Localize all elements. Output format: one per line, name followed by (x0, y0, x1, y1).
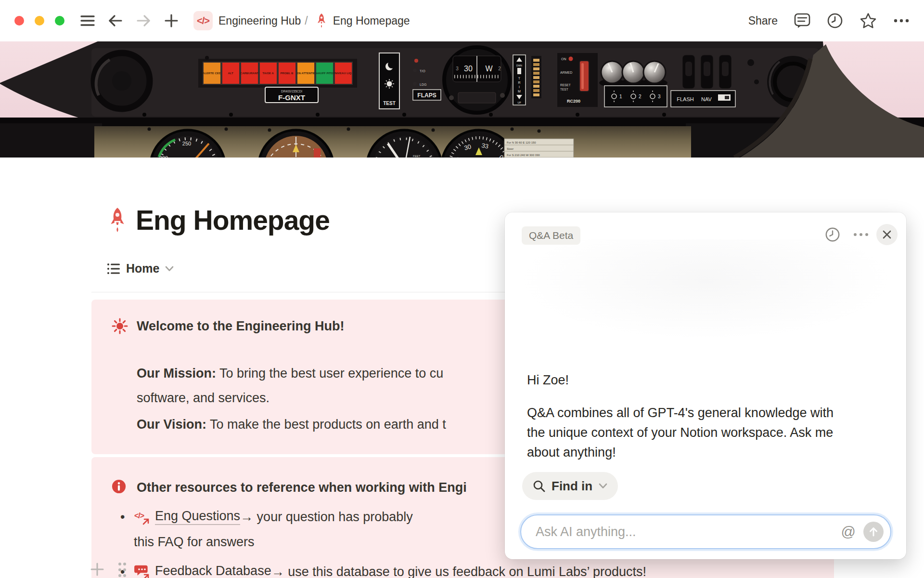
breadcrumb-separator: / (305, 14, 308, 27)
list-item: Feedback Database → use this database to… (120, 560, 646, 578)
mission-paragraph: Our Mission: To bring the best user expe… (137, 361, 443, 410)
svg-text:</>: </> (134, 512, 144, 520)
find-in-label: Find in (552, 479, 592, 494)
mission-text: To bring the best user experience to cu (216, 366, 443, 381)
drag-handle-icon[interactable] (116, 561, 129, 578)
qa-description-line: Q&A combines all of GPT-4's general know… (527, 403, 834, 423)
mission-label: Our Mission: (137, 366, 216, 381)
qa-more-options-icon[interactable] (852, 227, 870, 242)
qa-description: Q&A combines all of GPT-4's general know… (527, 403, 834, 462)
code-link-icon: </> (134, 509, 150, 525)
eng-questions-link[interactable]: Eng Questions (155, 509, 240, 525)
rocket-icon (315, 13, 328, 28)
panel-glass-highlight (515, 239, 896, 341)
sidebar-menu-icon[interactable] (79, 12, 96, 29)
breadcrumb-workspace[interactable]: Engineering Hub (218, 14, 301, 27)
workspace-code-icon[interactable]: </> (193, 11, 213, 30)
back-arrow-icon[interactable] (107, 12, 124, 29)
ask-ai-input-wrap: @ (520, 514, 891, 549)
search-icon (533, 480, 545, 492)
qa-panel: Q&A Beta Hi Zoe! Q&A combines all of GPT… (505, 212, 906, 559)
ask-ai-input[interactable] (536, 525, 841, 539)
share-button[interactable]: Share (748, 14, 778, 27)
forward-arrow-icon[interactable] (135, 12, 152, 29)
minimize-window-button[interactable] (35, 16, 44, 26)
chevron-down-icon[interactable] (165, 266, 174, 272)
tab-home[interactable]: Home (107, 262, 174, 276)
comments-icon[interactable] (794, 13, 810, 28)
send-button[interactable] (863, 522, 884, 542)
close-icon (882, 230, 892, 239)
tab-home-label: Home (126, 262, 159, 276)
list-view-icon (107, 263, 120, 275)
new-page-plus-icon[interactable] (163, 12, 180, 29)
page-icon-rocket[interactable] (107, 206, 128, 234)
breadcrumb-page[interactable]: Eng Homepage (333, 14, 410, 27)
close-window-button[interactable] (14, 16, 24, 26)
vision-paragraph: Our Vision: To make the best products on… (137, 412, 446, 437)
welcome-heading: Welcome to the Engineering Hub! (137, 319, 345, 334)
chevron-down-icon (599, 483, 607, 489)
history-clock-icon[interactable] (827, 13, 843, 29)
sun-icon (112, 318, 128, 334)
qa-description-line: about anything! (527, 443, 834, 462)
find-in-dropdown[interactable]: Find in (522, 472, 618, 500)
mission-line2: software, and services. (137, 386, 443, 410)
info-icon (112, 479, 126, 494)
qa-greeting: Hi Zoe! (527, 373, 569, 388)
list-item: </> Eng Questions → your question has pr… (120, 505, 413, 528)
mention-at-icon[interactable]: @ (841, 524, 856, 540)
bullet2-text: → use this database to give us feedback … (271, 565, 646, 578)
add-block-plus-icon[interactable] (90, 562, 105, 577)
code-glyph: </> (197, 15, 209, 26)
feedback-database-link[interactable]: Feedback Database (155, 564, 271, 578)
qa-description-line: the unique context of your Notion worksp… (527, 423, 834, 443)
bullet1-line2: this FAQ for answers (134, 530, 255, 553)
bullet1-text: → your question has probably (240, 510, 413, 525)
traffic-lights (14, 16, 64, 26)
vision-label: Our Vision: (137, 417, 206, 432)
qa-close-button[interactable] (876, 224, 898, 245)
qa-beta-badge: Q&A Beta (522, 226, 580, 245)
feedback-chat-icon (134, 564, 150, 578)
arrow-up-icon (868, 526, 879, 537)
window-toolbar: </> Engineering Hub / Eng Homepage Share (0, 0, 924, 41)
zoom-window-button[interactable] (55, 16, 64, 26)
qa-history-icon[interactable] (825, 227, 840, 242)
favorite-star-icon[interactable] (860, 13, 877, 29)
page-title[interactable]: Eng Homepage (136, 204, 330, 236)
vision-text: To make the best products on earth and t (206, 417, 446, 432)
resources-heading: Other resources to reference when workin… (137, 480, 467, 495)
more-options-icon[interactable] (893, 18, 910, 23)
